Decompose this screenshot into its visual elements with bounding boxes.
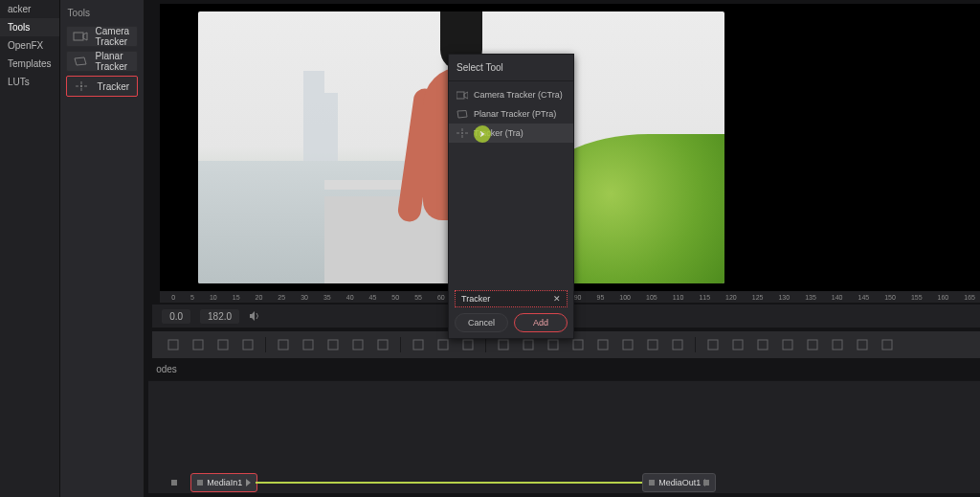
tool-item-tracker[interactable]: Tracker: [66, 76, 139, 97]
color-corrector-icon[interactable]: [411, 337, 426, 352]
dialog-item-camera-tracker[interactable]: Camera Tracker (CTra): [449, 85, 573, 104]
crop-icon[interactable]: [620, 337, 635, 352]
svg-point-1: [79, 85, 81, 87]
merge-icon[interactable]: [546, 337, 561, 352]
dialog-search-input[interactable]: Tracker ✕: [455, 290, 568, 307]
effects-categories-sidebar: acker Tools OpenFX Templates LUTs: [0, 0, 60, 497]
tool-item-label: Planar Tracker: [96, 51, 132, 72]
svg-rect-27: [833, 340, 842, 350]
blur-icon[interactable]: [460, 337, 476, 352]
flow-node-graph[interactable]: MediaIn1 MediaOut1: [148, 380, 980, 493]
letterbox-icon[interactable]: [645, 337, 660, 352]
mask-bspline-icon[interactable]: [301, 337, 316, 352]
timecode-left[interactable]: 0.0: [162, 309, 190, 324]
mask-ellipse-icon[interactable]: [325, 337, 341, 352]
svg-rect-21: [673, 340, 682, 350]
render3d-icon[interactable]: [880, 337, 895, 352]
mask-wand-icon[interactable]: [375, 337, 390, 352]
ruler-tick: 165: [964, 294, 975, 301]
channel-icon[interactable]: [521, 337, 536, 352]
svg-rect-12: [438, 340, 448, 350]
svg-rect-13: [463, 340, 473, 350]
dialog-search-value: Tracker: [461, 294, 490, 304]
dialog-cancel-button[interactable]: Cancel: [455, 313, 508, 332]
dialog-item-planar-tracker[interactable]: Planar Tracker (PTra): [449, 104, 573, 124]
svg-rect-26: [808, 340, 817, 350]
camera3d-icon[interactable]: [830, 337, 845, 352]
resize-icon[interactable]: [595, 337, 611, 352]
node-port[interactable]: [703, 480, 709, 486]
text-icon[interactable]: [215, 337, 231, 352]
node-mediain1[interactable]: MediaIn1: [190, 473, 257, 492]
sidebar-item-templates[interactable]: Templates: [0, 55, 59, 73]
speaker-icon[interactable]: [249, 310, 260, 322]
dialog-item-label: Planar Tracker (PTra): [474, 109, 556, 119]
tools-panel: Tools Camera Tracker Planar Tracker Trac…: [60, 0, 145, 497]
ruler-tick: 15: [233, 294, 240, 301]
ruler-tick: 5: [190, 294, 194, 301]
dialog-title: Select Tool: [449, 55, 573, 81]
svg-rect-25: [783, 340, 792, 350]
ruler-tick: 135: [805, 294, 816, 301]
sidebar-item-tracker-crumb[interactable]: acker: [0, 0, 59, 18]
svg-rect-28: [858, 340, 867, 350]
svg-rect-10: [378, 340, 388, 350]
node-port[interactable]: [171, 480, 177, 486]
ruler-tick: 110: [673, 294, 684, 301]
ruler-tick: 130: [778, 294, 790, 301]
svg-rect-6: [278, 340, 288, 350]
ruler-tick: 145: [858, 294, 870, 301]
image-plane-icon[interactable]: [780, 337, 795, 352]
svg-rect-24: [758, 340, 768, 350]
ruler-tick: 120: [725, 294, 737, 301]
ruler-tick: 35: [323, 294, 331, 301]
particles-icon[interactable]: [755, 337, 770, 352]
svg-rect-18: [598, 340, 608, 350]
shape3d-icon[interactable]: [805, 337, 820, 352]
node-output-icon[interactable]: [246, 479, 251, 486]
node-thumb-icon: [197, 480, 203, 486]
ruler-tick: 155: [911, 294, 923, 301]
brightness-icon[interactable]: [496, 337, 511, 352]
svg-rect-14: [499, 340, 508, 350]
wire[interactable]: [256, 482, 642, 484]
sidebar-item-tools[interactable]: Tools: [0, 18, 59, 36]
dialog-item-tracker[interactable]: Tracker (Tra): [449, 124, 573, 143]
ruler-tick: 95: [597, 294, 605, 301]
svg-rect-29: [882, 340, 892, 350]
background-icon[interactable]: [166, 337, 181, 352]
light-icon[interactable]: [855, 337, 870, 352]
svg-rect-4: [218, 340, 228, 350]
svg-rect-2: [168, 340, 178, 350]
camera-tracker-icon: [457, 90, 468, 100]
clear-input-icon[interactable]: ✕: [553, 294, 561, 304]
ruler-tick: 0: [171, 294, 175, 301]
lensflare-icon[interactable]: [705, 337, 721, 352]
mask-rect-icon[interactable]: [350, 337, 366, 352]
ruler-tick: 10: [210, 294, 217, 301]
tool-item-planar-tracker[interactable]: Planar Tracker: [66, 51, 139, 72]
svg-rect-23: [733, 340, 743, 350]
rays-icon[interactable]: [730, 337, 746, 352]
ruler-tick: 100: [619, 294, 631, 301]
sidebar-item-openfx[interactable]: OpenFX: [0, 36, 59, 55]
displace-icon[interactable]: [670, 337, 685, 352]
svg-point-32: [461, 132, 463, 134]
ruler-tick: 55: [414, 294, 422, 301]
paint-icon[interactable]: [240, 337, 256, 352]
ruler-tick: 140: [832, 294, 843, 301]
sidebar-item-luts[interactable]: LUTs: [0, 73, 59, 91]
timecode-frame[interactable]: 182.0: [200, 309, 239, 324]
tool-item-camera-tracker[interactable]: Camera Tracker: [66, 26, 139, 47]
svg-rect-22: [708, 340, 718, 350]
fastnoise-icon[interactable]: [190, 337, 206, 352]
ruler-tick: 40: [346, 294, 354, 301]
dialog-add-button[interactable]: Add: [514, 313, 568, 332]
tools-panel-header: Tools: [60, 4, 145, 22]
mask-poly-icon[interactable]: [276, 337, 291, 352]
transform-icon[interactable]: [570, 337, 586, 352]
svg-rect-9: [353, 340, 363, 350]
svg-rect-31: [457, 92, 464, 99]
hue-icon[interactable]: [435, 337, 451, 352]
svg-rect-20: [648, 340, 657, 350]
